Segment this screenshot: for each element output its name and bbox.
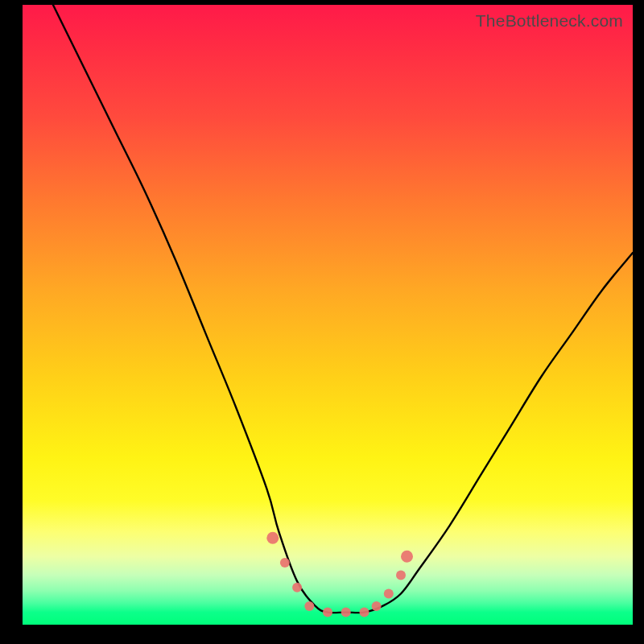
curve-marker: [384, 589, 394, 599]
curve-marker: [280, 558, 290, 568]
curve-marker: [323, 608, 332, 617]
bottleneck-curve: [23, 0, 633, 613]
curve-marker: [401, 551, 413, 563]
curve-marker: [360, 608, 369, 617]
chart-plot-area: TheBottleneck.com: [23, 5, 633, 625]
marker-group: [266, 532, 413, 617]
bottleneck-curve-svg: [23, 5, 633, 625]
chart-frame: TheBottleneck.com: [0, 0, 644, 644]
curve-marker: [266, 532, 279, 544]
curve-marker: [304, 601, 314, 611]
curve-marker: [292, 583, 302, 592]
curve-marker: [341, 608, 351, 617]
curve-marker: [372, 601, 382, 611]
curve-marker: [396, 570, 406, 580]
